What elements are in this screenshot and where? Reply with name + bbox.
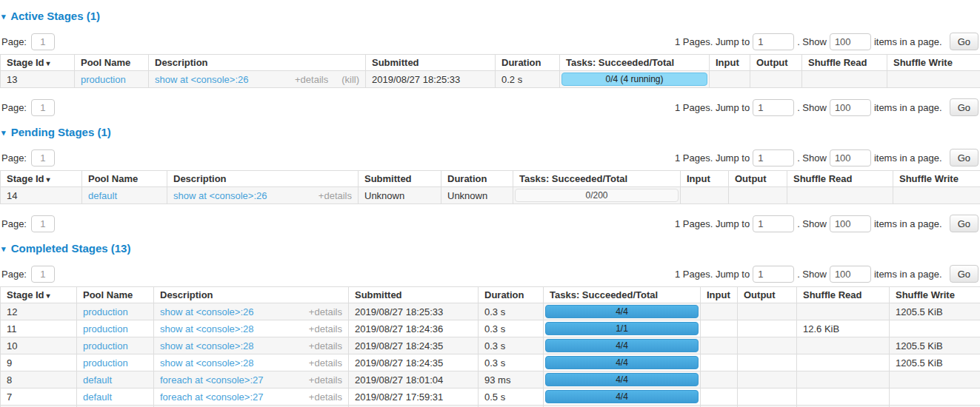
- pool-name-link[interactable]: production: [83, 340, 128, 352]
- jump-to-page-input[interactable]: [753, 33, 794, 50]
- col-description[interactable]: Description: [154, 287, 349, 303]
- details-toggle[interactable]: +details: [309, 323, 342, 334]
- col-duration[interactable]: Duration: [441, 171, 513, 187]
- col-description[interactable]: Description: [167, 171, 359, 187]
- description-link[interactable]: foreach at <console>:27: [160, 391, 264, 403]
- go-button[interactable]: Go: [950, 265, 979, 283]
- jump-to-page-input[interactable]: [753, 149, 794, 166]
- sort-desc-icon: ▾: [47, 175, 50, 184]
- details-toggle[interactable]: +details: [309, 391, 342, 403]
- description-link[interactable]: show at <console>:26: [160, 306, 253, 317]
- pool-name-link[interactable]: production: [83, 323, 128, 334]
- shuffle-write-cell: [893, 187, 980, 204]
- col-tasks[interactable]: Tasks: Succeeded/Total: [513, 171, 681, 187]
- description-link[interactable]: show at <console>:28: [160, 357, 253, 369]
- col-shuffle-read[interactable]: Shuffle Read: [797, 287, 890, 303]
- task-progress-bar: 4/4: [545, 339, 699, 352]
- col-shuffle-read[interactable]: Shuffle Read: [802, 55, 887, 71]
- col-stage-id[interactable]: Stage Id▾: [1, 171, 82, 187]
- pool-name-link[interactable]: production: [83, 306, 128, 317]
- jump-to-page-input[interactable]: [753, 215, 794, 232]
- section-title-active-stages[interactable]: ▾ Active Stages (1): [1, 10, 980, 22]
- section-title-completed-stages[interactable]: ▾ Completed Stages (13): [1, 242, 980, 255]
- col-shuffle-read[interactable]: Shuffle Read: [787, 171, 893, 187]
- description-link[interactable]: show at <console>:26: [155, 74, 248, 85]
- col-input[interactable]: Input: [681, 171, 729, 187]
- pool-name-link[interactable]: default: [83, 374, 112, 386]
- col-pool-name[interactable]: Pool Name: [82, 171, 167, 187]
- description-wrap: show at <console>:26+details: [173, 190, 352, 201]
- details-toggle[interactable]: +details: [295, 74, 328, 85]
- pool-name-link[interactable]: default: [83, 391, 112, 403]
- col-tasks[interactable]: Tasks: Succeeded/Total: [544, 287, 701, 303]
- jump-to-page-input[interactable]: [753, 266, 794, 283]
- page-number-input[interactable]: [31, 33, 55, 50]
- pager-right: 1 Pages. Jump to . Show items in a page.…: [672, 98, 979, 116]
- items-per-page-input[interactable]: [830, 99, 871, 116]
- go-button[interactable]: Go: [950, 215, 979, 232]
- shuffle-read-cell: [797, 354, 890, 371]
- col-submitted[interactable]: Submitted: [359, 171, 441, 187]
- items-per-page-input[interactable]: [830, 266, 871, 283]
- items-per-page-text: items in a page.: [874, 102, 942, 113]
- description-link[interactable]: show at <console>:26: [173, 190, 267, 201]
- col-stage-id[interactable]: Stage Id▾: [1, 55, 75, 71]
- kill-link[interactable]: (kill): [341, 74, 359, 85]
- items-per-page-input[interactable]: [830, 215, 871, 232]
- pool-name-link[interactable]: default: [88, 190, 117, 201]
- go-button[interactable]: Go: [950, 149, 979, 166]
- col-pool-name[interactable]: Pool Name: [75, 55, 149, 71]
- items-per-page-input[interactable]: [830, 33, 871, 50]
- page-number-input[interactable]: [31, 99, 55, 116]
- input-cell: [701, 320, 738, 337]
- details-toggle[interactable]: +details: [309, 340, 342, 352]
- output-cell: [738, 320, 797, 337]
- description-link[interactable]: show at <console>:28: [160, 323, 253, 334]
- description-wrap: show at <console>:28+details: [160, 357, 342, 369]
- description-cell: show at <console>:26+details: [167, 187, 359, 204]
- go-button[interactable]: Go: [950, 33, 979, 50]
- col-output[interactable]: Output: [750, 55, 802, 71]
- col-shuffle-write[interactable]: Shuffle Write: [887, 55, 980, 71]
- items-per-page-input[interactable]: [830, 149, 871, 166]
- col-input[interactable]: Input: [701, 287, 738, 303]
- col-output[interactable]: Output: [729, 171, 787, 187]
- description-link[interactable]: foreach at <console>:27: [160, 374, 264, 386]
- col-input[interactable]: Input: [710, 55, 750, 71]
- output-cell: [738, 388, 797, 406]
- jump-to-page-input[interactable]: [753, 99, 794, 116]
- col-tasks[interactable]: Tasks: Succeeded/Total: [560, 55, 710, 71]
- details-toggle[interactable]: +details: [309, 374, 342, 386]
- description-link[interactable]: show at <console>:28: [160, 340, 253, 352]
- stage-row: 8defaultforeach at <console>:27+details2…: [1, 371, 980, 388]
- pool-name-link[interactable]: production: [83, 357, 128, 369]
- stage-row: 7defaultforeach at <console>:27+details2…: [1, 388, 980, 406]
- col-duration[interactable]: Duration: [479, 287, 544, 303]
- page-number-input[interactable]: [31, 215, 55, 232]
- submitted-cell: Unknown: [359, 187, 441, 204]
- col-description[interactable]: Description: [149, 55, 366, 71]
- submitted-cell: 2019/08/27 18:25:33: [349, 303, 479, 320]
- page-number-input[interactable]: [31, 266, 55, 283]
- details-toggle[interactable]: +details: [319, 190, 352, 201]
- pages-count-text: 1 Pages. Jump to: [675, 36, 750, 47]
- col-submitted[interactable]: Submitted: [349, 287, 479, 303]
- stage-id-cell: 10: [1, 337, 77, 354]
- go-button[interactable]: Go: [950, 98, 979, 116]
- col-output[interactable]: Output: [738, 287, 797, 303]
- col-duration[interactable]: Duration: [496, 55, 560, 71]
- details-toggle[interactable]: +details: [309, 357, 342, 369]
- stage-id-cell: 11: [1, 320, 77, 337]
- col-shuffle-write[interactable]: Shuffle Write: [890, 287, 980, 303]
- page-number-input[interactable]: [31, 149, 55, 166]
- col-submitted[interactable]: Submitted: [366, 55, 496, 71]
- section-title-pending-stages[interactable]: ▾ Pending Stages (1): [1, 126, 980, 138]
- sort-desc-icon: ▾: [47, 292, 50, 300]
- details-toggle[interactable]: +details: [309, 306, 342, 317]
- col-stage-id[interactable]: Stage Id▾: [1, 287, 77, 303]
- col-pool-name[interactable]: Pool Name: [77, 287, 154, 303]
- pool-name-link[interactable]: production: [81, 74, 126, 85]
- tasks-cell: 4/4: [544, 303, 701, 320]
- stage-row: 14defaultshow at <console>:26+detailsUnk…: [1, 187, 980, 204]
- col-shuffle-write[interactable]: Shuffle Write: [893, 171, 980, 187]
